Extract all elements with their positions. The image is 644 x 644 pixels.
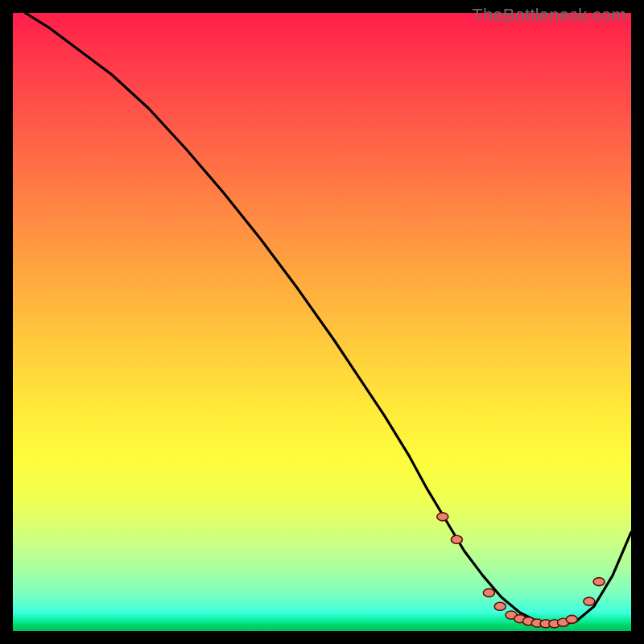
chart-plot-area (13, 13, 631, 631)
curve-marker (593, 578, 605, 586)
curve-marker (437, 513, 448, 521)
curve-marker (494, 602, 506, 610)
curve-marker (566, 615, 577, 623)
watermark-text: TheBottleneck.com (472, 5, 626, 26)
curve-marker (451, 535, 462, 543)
curve-marker (483, 588, 494, 597)
curve-line (25, 13, 631, 625)
chart-frame: TheBottleneck.com (0, 0, 644, 644)
curve-marker (584, 597, 595, 605)
curve-markers (437, 513, 605, 628)
chart-svg (13, 13, 631, 631)
